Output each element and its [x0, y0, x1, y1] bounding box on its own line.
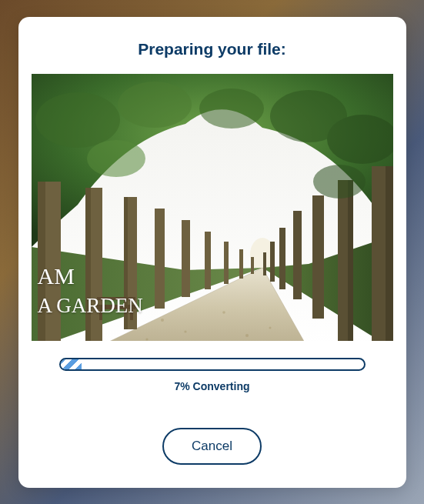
- svg-rect-27: [270, 242, 275, 282]
- svg-point-35: [35, 92, 120, 148]
- svg-point-4: [222, 311, 225, 314]
- watermark-line-2: A GARDEN: [38, 293, 143, 318]
- cancel-button[interactable]: Cancel: [162, 428, 262, 465]
- svg-point-5: [245, 334, 249, 337]
- svg-point-8: [145, 338, 148, 340]
- svg-rect-13: [155, 209, 165, 309]
- svg-rect-17: [239, 249, 243, 279]
- preview-watermark: AM A GARDEN: [38, 262, 143, 318]
- svg-rect-25: [293, 211, 302, 299]
- svg-rect-16: [224, 242, 229, 284]
- modal-title: Preparing your file:: [138, 40, 286, 58]
- svg-point-3: [184, 330, 186, 332]
- svg-point-6: [269, 326, 271, 329]
- svg-rect-24: [312, 195, 324, 319]
- svg-rect-28: [263, 252, 266, 275]
- svg-rect-15: [205, 232, 211, 289]
- svg-rect-29: [386, 166, 393, 341]
- svg-point-36: [118, 82, 192, 128]
- svg-point-2: [161, 319, 164, 322]
- svg-point-40: [87, 140, 145, 177]
- svg-rect-14: [182, 220, 190, 297]
- svg-point-37: [199, 88, 264, 129]
- video-preview: AM A GARDEN: [32, 74, 393, 341]
- svg-rect-26: [279, 228, 285, 289]
- svg-rect-30: [348, 180, 353, 341]
- watermark-line-1: AM: [38, 262, 143, 290]
- svg-rect-18: [251, 257, 254, 274]
- progress-label: 7% Converting: [174, 380, 249, 392]
- progress-fill: [61, 359, 82, 369]
- progress-bar: [59, 358, 366, 371]
- svg-point-41: [313, 165, 366, 199]
- preparing-file-modal: Preparing your file:: [18, 17, 406, 488]
